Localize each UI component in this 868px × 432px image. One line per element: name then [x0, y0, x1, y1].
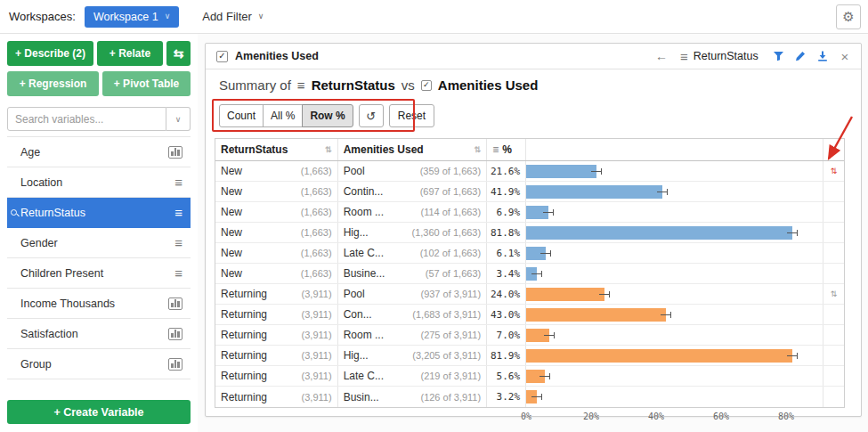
error-bar-cap — [670, 312, 671, 318]
percent-value: 5.6% — [497, 371, 521, 382]
list-icon[interactable]: ≡ — [174, 236, 183, 249]
sort-icon[interactable]: ⇅ — [831, 146, 838, 154]
add-filter-button[interactable]: Add Filter ∨ — [202, 10, 264, 23]
describe-button[interactable]: + Describe (2) — [7, 41, 93, 66]
sidebar-item-income-thousands[interactable]: Income Thousands — [7, 289, 191, 319]
variable-name: Gender — [20, 237, 174, 249]
column-header-amenities[interactable]: Amenities Used ⇅ — [338, 139, 488, 160]
table-row[interactable]: New (1,663) Busine... (57 of 1,663) 3.4% — [215, 264, 844, 284]
variable-list: Age Location ≡ ReturnStatus ≡ Gender ≡ C… — [7, 136, 191, 379]
percent-bar — [526, 226, 792, 240]
table-row[interactable]: New (1,663) Late C... (102 of 1,663) 6.1… — [215, 243, 844, 264]
variable-name: ReturnStatus — [20, 207, 174, 219]
table-body: New (1,663) Pool (359 of 1,663) 21.6% ⇅ … — [215, 161, 844, 407]
sort-icon[interactable]: ⇅ — [325, 146, 332, 154]
table-row[interactable]: Returning (3,911) Busin... (126 of 3,911… — [215, 387, 844, 407]
search-variables-input[interactable] — [7, 107, 166, 131]
error-bar-cap — [550, 250, 551, 257]
amenity-count: (114 of 1,663) — [420, 207, 481, 217]
group-sort-icon[interactable]: ⇅ — [831, 290, 838, 298]
sidebar-item-location[interactable]: Location ≡ — [7, 167, 191, 198]
table-row[interactable]: New (1,663) Contin... (697 of 1,663) 41.… — [215, 182, 844, 202]
search-icon — [11, 209, 17, 216]
panel-secondary-variable[interactable]: ≡ ReturnStatus — [680, 50, 758, 63]
table-row[interactable]: Returning (3,911) Pool (937 of 3,911) 24… — [215, 284, 844, 305]
histogram-icon[interactable] — [168, 358, 183, 371]
column-header-percent[interactable]: ≡ % — [487, 139, 526, 160]
reset-button[interactable]: Reset — [389, 104, 434, 127]
variable-name: Satisfaction — [20, 328, 168, 340]
return-status-count: (3,911) — [302, 371, 332, 381]
amenities-used-checkbox[interactable]: ✓ — [216, 51, 228, 62]
return-status-count: (1,663) — [301, 227, 332, 238]
histogram-icon[interactable] — [168, 146, 183, 159]
sidebar: + Describe (2) + Relate ⇆ + Regression +… — [0, 34, 198, 432]
return-status-value: Returning — [221, 391, 267, 403]
secondary-variable-label: ReturnStatus — [694, 50, 758, 62]
column-label: ReturnStatus — [221, 143, 288, 156]
return-status-value: New — [221, 165, 242, 177]
return-status-count: (3,911) — [302, 330, 332, 340]
column-header-returnstatus[interactable]: ReturnStatus ⇅ — [215, 139, 338, 160]
swap-variables-button[interactable]: ⇆ — [166, 41, 191, 66]
amenity-value: Contin... — [344, 185, 384, 198]
sort-icon[interactable]: ⇅ — [475, 146, 482, 154]
list-icon[interactable]: ≡ — [174, 175, 183, 189]
topbar: Workspaces: Workspace 1 ∨ Add Filter ∨ ⚙ — [0, 0, 868, 34]
sidebar-item-children-present[interactable]: Children Present ≡ — [7, 258, 191, 289]
back-button[interactable]: ← — [655, 49, 668, 63]
percent-bar — [526, 165, 596, 178]
table-row[interactable]: Returning (3,911) Late C... (219 of 3,91… — [215, 366, 844, 387]
sidebar-item-returnstatus[interactable]: ReturnStatus ≡ — [7, 198, 191, 228]
table-row[interactable]: Returning (3,911) Hig... (3,205 of 3,911… — [215, 346, 844, 366]
table-row[interactable]: Returning (3,911) Con... (1,683 of 3,911… — [215, 305, 844, 325]
amenity-value: Late C... — [344, 247, 384, 259]
pivot-table-button[interactable]: + Pivot Table — [102, 71, 191, 96]
search-options-button[interactable]: ∨ — [166, 107, 191, 131]
return-status-value: New — [221, 226, 242, 239]
histogram-icon[interactable] — [168, 328, 183, 340]
list-icon[interactable]: ≡ — [174, 206, 183, 219]
column-header-sort[interactable]: ⇅ — [823, 139, 844, 160]
regression-button[interactable]: + Regression — [7, 71, 99, 96]
check-icon: ✓ — [423, 81, 430, 89]
close-button[interactable]: × — [838, 49, 852, 63]
chevron-down-icon: ∨ — [175, 115, 182, 124]
sidebar-item-satisfaction[interactable]: Satisfaction — [7, 319, 191, 349]
list-icon: ≡ — [492, 144, 499, 155]
return-status-count: (3,911) — [302, 392, 332, 403]
main-area: ✓ Amenities Used ← ≡ ReturnStatus — [198, 34, 868, 432]
table-row[interactable]: Returning (3,911) Room ... (275 of 3,911… — [215, 325, 844, 346]
variable-name: Location — [20, 176, 174, 189]
create-variable-button[interactable]: + Create Variable — [7, 400, 191, 424]
histogram-icon[interactable] — [168, 298, 183, 310]
column-header-bars — [526, 139, 823, 160]
axis-ticks: 0%20%40%60%80% — [215, 412, 845, 424]
list-icon[interactable]: ≡ — [174, 266, 183, 280]
sidebar-item-group[interactable]: Group — [7, 349, 191, 379]
download-button[interactable] — [815, 49, 830, 63]
table-row[interactable]: New (1,663) Hig... (1,360 of 1,663) 81.8… — [215, 223, 844, 243]
toolbar-button-row[interactable]: Row % — [302, 104, 353, 127]
percent-bar — [526, 185, 662, 199]
workspace-selector-button[interactable]: Workspace 1 ∨ — [85, 6, 179, 28]
relate-button[interactable]: + Relate — [97, 41, 163, 66]
group-sort-icon[interactable]: ⇅ — [831, 167, 838, 175]
filter-button[interactable] — [771, 49, 785, 63]
table-row[interactable]: New (1,663) Pool (359 of 1,663) 21.6% ⇅ — [215, 161, 844, 182]
percent-bar — [526, 349, 792, 363]
gear-icon: ⚙ — [842, 9, 854, 25]
table-row[interactable]: New (1,663) Room ... (114 of 1,663) 6.9% — [215, 202, 844, 223]
refresh-button[interactable]: ↺ — [359, 104, 384, 127]
toolbar-button-count[interactable]: Count — [219, 104, 264, 127]
list-icon: ≡ — [297, 77, 305, 93]
toolbar-button-all[interactable]: All % — [263, 104, 303, 127]
sidebar-item-age[interactable]: Age — [7, 137, 191, 167]
chevron-down-icon: ∨ — [258, 12, 264, 20]
edit-button[interactable] — [793, 49, 807, 63]
settings-button[interactable]: ⚙ — [836, 4, 861, 29]
amenity-count: (937 of 3,911) — [420, 289, 481, 299]
amenity-count: (1,360 of 1,663) — [411, 227, 481, 238]
sidebar-item-gender[interactable]: Gender ≡ — [7, 228, 191, 258]
return-status-value: New — [221, 185, 242, 198]
